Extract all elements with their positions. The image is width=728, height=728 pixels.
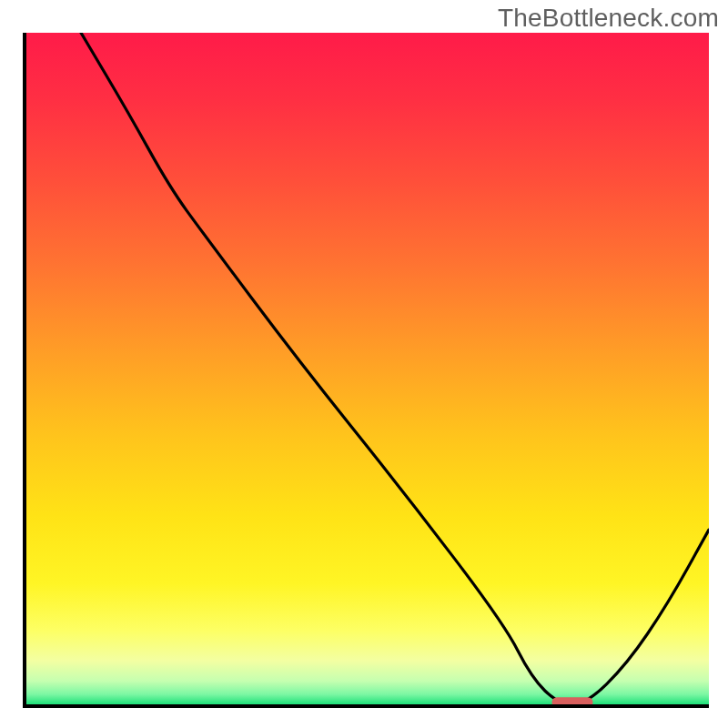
plot-area bbox=[23, 33, 709, 708]
chart-frame: TheBottleneck.com bbox=[0, 0, 728, 728]
bottleneck-curve-path bbox=[81, 33, 709, 704]
watermark-text: TheBottleneck.com bbox=[498, 4, 719, 33]
curve-layer bbox=[26, 33, 709, 704]
optimal-marker bbox=[552, 697, 593, 704]
